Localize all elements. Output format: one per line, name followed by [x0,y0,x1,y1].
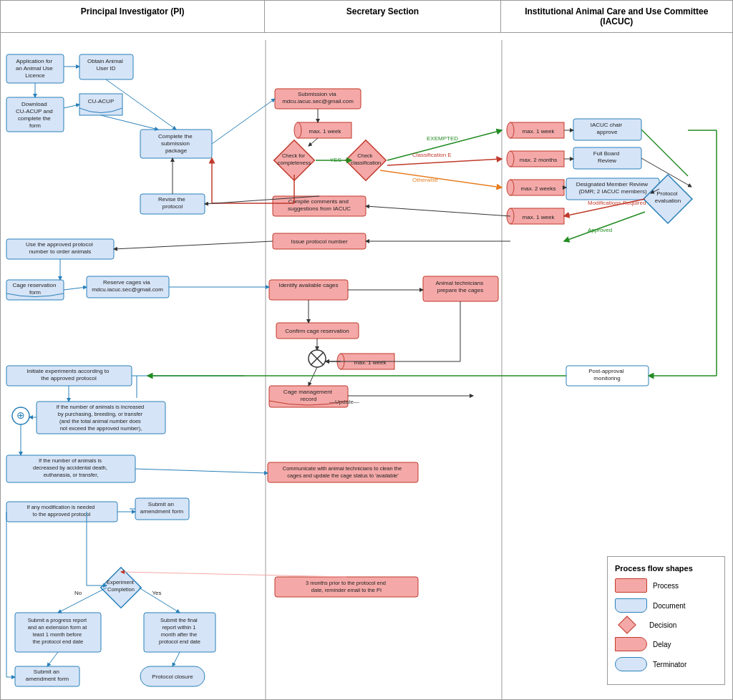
post-approval-text: Post-approval monitoring [588,368,626,381]
svg-point-2 [294,122,301,138]
legend: Process flow shapes Process Document Dec… [607,556,725,685]
yes-label: Yes [152,590,161,596]
max2wk-text: max. 2 weeks [521,185,556,192]
legend-process-label: Process [653,582,679,590]
svg-line-28 [641,130,688,176]
cu-acup-text: CU-ACUP [88,98,114,104]
legend-document-label: Document [653,602,686,610]
if-modification-text: If any modification is needed to the app… [26,504,96,517]
max1wk-sync-text: max. 1 week [354,359,387,366]
svg-line-36 [114,241,273,249]
svg-line-64 [47,652,58,666]
protocol-closure-text: Protocol closure [152,674,193,680]
max1wk-iacuc-text: max. 1 week [523,128,555,135]
if-decreased-text: If the number of animals is decreased by… [33,457,109,478]
animal-tech-text: Animal technicians prepare the cages [436,280,485,293]
svg-line-13 [64,104,79,108]
svg-line-46 [309,367,317,386]
modifications-label: Modifications Required [588,200,646,206]
svg-line-38 [64,287,87,290]
compile-comments-text: Compile comments and suggestions from IA… [288,198,351,212]
svg-line-14 [101,115,158,130]
max1wk-mod-text: max. 1 week [523,214,555,220]
update-label: —Update— [329,399,359,405]
legend-title: Process flow shapes [615,564,717,573]
final-report-text: Submit the final report within 1 month a… [159,617,200,645]
svg-line-24 [380,170,502,188]
reminder-text: 3 months prior to the protocol end date,… [306,580,387,593]
legend-document-item: Document [615,598,717,613]
plus-icon: ⊕ [16,409,25,421]
approved-label: Approved [588,227,612,233]
legend-decision-item: Decision [615,618,717,631]
issue-number-text: Issue protocol number [291,238,347,245]
legend-terminator-item: Terminator [615,657,717,671]
class-e-label: Classification E [412,152,452,158]
dmr-text: Designated Member Review (DMR; 2 IACUC m… [576,181,650,195]
svg-line-62 [58,588,107,613]
legend-terminator-shape [615,657,647,671]
no-label: No [74,590,82,596]
header-pi: Principal Investigator (PI) [1,1,265,32]
legend-delay-shape [615,637,647,651]
header-iacuc: Institutional Animal Care and Use Commit… [501,1,732,32]
legend-decision-shape [618,616,636,633]
progress-report-text: Submit a progress report and an extensio… [28,617,89,645]
max1wk-1-text: max. 1 week [309,128,342,135]
if-increased-text: If the number of animals is increased by… [57,404,146,432]
legend-process-shape [615,578,647,593]
use-approved-text: Use the approved protocol number to orde… [26,241,94,255]
page: Principal Investigator (PI) Secretary Se… [0,0,733,700]
svg-line-55 [135,469,268,473]
legend-process-item: Process [615,578,717,593]
svg-line-32 [366,206,510,216]
max2mo-text: max. 2 months [520,157,557,163]
check-completeness-text: Check for completeness [278,152,311,166]
header: Principal Investigator (PI) Secretary Se… [1,1,732,33]
svg-line-70 [121,572,346,577]
cu-acup-shape [79,94,122,115]
protocol-eval-text: Protocol evaluation [655,190,681,204]
header-sec: Secretary Section [265,1,500,32]
legend-document-shape [615,598,647,613]
revise-text: Revise the protocol [158,196,187,210]
legend-delay-label: Delay [653,641,671,648]
legend-terminator-label: Terminator [653,661,686,669]
svg-point-7 [507,151,514,167]
svg-line-23 [387,159,502,165]
svg-line-17 [309,138,318,146]
communicate-text: Communicate with animal technicians to c… [283,465,403,479]
experiment-text: Experiment Completion [107,579,135,593]
exempted-label: EXEMPTED [427,135,458,142]
otherwise-label: Otherwise [412,177,439,183]
confirm-text: Confirm cage reservation [285,328,349,334]
svg-point-8 [507,180,514,195]
legend-decision-label: Decision [649,621,676,629]
svg-point-6 [507,122,514,138]
svg-line-65 [173,652,180,666]
identify-cages-text: Identify available cages [278,282,338,288]
legend-delay-item: Delay [615,637,717,651]
